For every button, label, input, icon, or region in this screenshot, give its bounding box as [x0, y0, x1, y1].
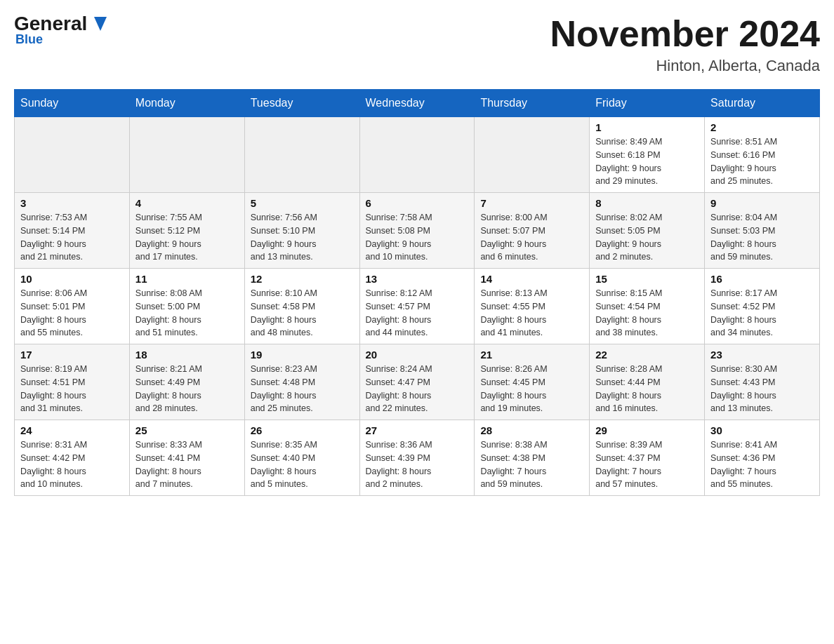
day-info: Sunrise: 8:17 AM Sunset: 4:52 PM Dayligh… — [710, 287, 814, 340]
day-number: 8 — [595, 197, 699, 209]
calendar-week-row: 10Sunrise: 8:06 AM Sunset: 5:01 PM Dayli… — [15, 269, 820, 344]
day-number: 24 — [20, 424, 124, 436]
day-number: 10 — [20, 273, 124, 285]
table-row — [15, 117, 130, 193]
day-number: 18 — [135, 349, 239, 361]
day-number: 5 — [251, 197, 354, 209]
logo-blue-label: Blue — [15, 32, 43, 47]
table-row: 8Sunrise: 8:02 AM Sunset: 5:05 PM Daylig… — [590, 193, 705, 269]
day-number: 9 — [710, 197, 814, 209]
table-row: 22Sunrise: 8:28 AM Sunset: 4:44 PM Dayli… — [590, 344, 705, 420]
day-number: 13 — [366, 273, 469, 285]
col-tuesday: Tuesday — [244, 90, 359, 117]
day-number: 15 — [595, 273, 699, 285]
logo: General Blue — [14, 14, 94, 47]
table-row: 20Sunrise: 8:24 AM Sunset: 4:47 PM Dayli… — [359, 344, 475, 420]
day-number: 12 — [251, 273, 354, 285]
table-row: 28Sunrise: 8:38 AM Sunset: 4:38 PM Dayli… — [475, 420, 590, 496]
day-number: 6 — [366, 197, 469, 209]
table-row — [359, 117, 475, 193]
day-number: 4 — [135, 197, 239, 209]
day-info: Sunrise: 7:53 AM Sunset: 5:14 PM Dayligh… — [20, 211, 124, 264]
day-number: 19 — [251, 349, 354, 361]
table-row: 14Sunrise: 8:13 AM Sunset: 4:55 PM Dayli… — [475, 269, 590, 344]
day-number: 16 — [710, 273, 814, 285]
day-info: Sunrise: 7:58 AM Sunset: 5:08 PM Dayligh… — [366, 211, 469, 264]
col-monday: Monday — [129, 90, 244, 117]
table-row: 30Sunrise: 8:41 AM Sunset: 4:36 PM Dayli… — [705, 420, 820, 496]
table-row: 15Sunrise: 8:15 AM Sunset: 4:54 PM Dayli… — [590, 269, 705, 344]
table-row: 4Sunrise: 7:55 AM Sunset: 5:12 PM Daylig… — [129, 193, 244, 269]
table-row: 29Sunrise: 8:39 AM Sunset: 4:37 PM Dayli… — [590, 420, 705, 496]
calendar-week-row: 17Sunrise: 8:19 AM Sunset: 4:51 PM Dayli… — [15, 344, 820, 420]
table-row — [475, 117, 590, 193]
col-sunday: Sunday — [15, 90, 130, 117]
day-info: Sunrise: 8:28 AM Sunset: 4:44 PM Dayligh… — [595, 363, 699, 415]
day-info: Sunrise: 8:36 AM Sunset: 4:39 PM Dayligh… — [366, 438, 469, 491]
day-info: Sunrise: 8:23 AM Sunset: 4:48 PM Dayligh… — [251, 363, 354, 415]
table-row: 19Sunrise: 8:23 AM Sunset: 4:48 PM Dayli… — [244, 344, 359, 420]
table-row: 17Sunrise: 8:19 AM Sunset: 4:51 PM Dayli… — [15, 344, 130, 420]
day-info: Sunrise: 8:04 AM Sunset: 5:03 PM Dayligh… — [710, 211, 814, 264]
day-info: Sunrise: 8:35 AM Sunset: 4:40 PM Dayligh… — [251, 438, 354, 491]
day-info: Sunrise: 8:30 AM Sunset: 4:43 PM Dayligh… — [710, 363, 814, 415]
table-row: 25Sunrise: 8:33 AM Sunset: 4:41 PM Dayli… — [129, 420, 244, 496]
col-thursday: Thursday — [475, 90, 590, 117]
day-info: Sunrise: 7:56 AM Sunset: 5:10 PM Dayligh… — [251, 211, 354, 264]
col-wednesday: Wednesday — [359, 90, 475, 117]
day-info: Sunrise: 8:19 AM Sunset: 4:51 PM Dayligh… — [20, 363, 124, 415]
table-row: 13Sunrise: 8:12 AM Sunset: 4:57 PM Dayli… — [359, 269, 475, 344]
table-row: 11Sunrise: 8:08 AM Sunset: 5:00 PM Dayli… — [129, 269, 244, 344]
table-row: 6Sunrise: 7:58 AM Sunset: 5:08 PM Daylig… — [359, 193, 475, 269]
table-row: 16Sunrise: 8:17 AM Sunset: 4:52 PM Dayli… — [705, 269, 820, 344]
day-info: Sunrise: 8:26 AM Sunset: 4:45 PM Dayligh… — [480, 363, 583, 415]
table-row: 2Sunrise: 8:51 AM Sunset: 6:16 PM Daylig… — [705, 117, 820, 193]
day-number: 26 — [251, 424, 354, 436]
day-info: Sunrise: 8:08 AM Sunset: 5:00 PM Dayligh… — [135, 287, 239, 340]
day-number: 1 — [595, 121, 699, 133]
calendar-week-row: 1Sunrise: 8:49 AM Sunset: 6:18 PM Daylig… — [15, 117, 820, 193]
day-number: 21 — [480, 349, 583, 361]
day-number: 25 — [135, 424, 239, 436]
col-saturday: Saturday — [705, 90, 820, 117]
day-number: 23 — [710, 349, 814, 361]
day-info: Sunrise: 8:31 AM Sunset: 4:42 PM Dayligh… — [20, 438, 124, 491]
table-row: 24Sunrise: 8:31 AM Sunset: 4:42 PM Dayli… — [15, 420, 130, 496]
logo-triangle-icon — [94, 17, 107, 31]
day-info: Sunrise: 8:33 AM Sunset: 4:41 PM Dayligh… — [135, 438, 239, 491]
day-number: 27 — [366, 424, 469, 436]
calendar-table: Sunday Monday Tuesday Wednesday Thursday… — [14, 89, 820, 496]
table-row — [129, 117, 244, 193]
table-row: 3Sunrise: 7:53 AM Sunset: 5:14 PM Daylig… — [15, 193, 130, 269]
day-number: 3 — [20, 197, 124, 209]
table-row — [244, 117, 359, 193]
table-row: 7Sunrise: 8:00 AM Sunset: 5:07 PM Daylig… — [475, 193, 590, 269]
table-row: 5Sunrise: 7:56 AM Sunset: 5:10 PM Daylig… — [244, 193, 359, 269]
svg-marker-0 — [94, 17, 107, 31]
day-info: Sunrise: 8:10 AM Sunset: 4:58 PM Dayligh… — [251, 287, 354, 340]
day-info: Sunrise: 8:06 AM Sunset: 5:01 PM Dayligh… — [20, 287, 124, 340]
col-friday: Friday — [590, 90, 705, 117]
day-info: Sunrise: 8:00 AM Sunset: 5:07 PM Dayligh… — [480, 211, 583, 264]
table-row: 12Sunrise: 8:10 AM Sunset: 4:58 PM Dayli… — [244, 269, 359, 344]
day-info: Sunrise: 8:41 AM Sunset: 4:36 PM Dayligh… — [710, 438, 814, 491]
day-info: Sunrise: 8:13 AM Sunset: 4:55 PM Dayligh… — [480, 287, 583, 340]
day-number: 11 — [135, 273, 239, 285]
table-row: 26Sunrise: 8:35 AM Sunset: 4:40 PM Dayli… — [244, 420, 359, 496]
calendar-week-row: 3Sunrise: 7:53 AM Sunset: 5:14 PM Daylig… — [15, 193, 820, 269]
table-row: 1Sunrise: 8:49 AM Sunset: 6:18 PM Daylig… — [590, 117, 705, 193]
day-number: 7 — [480, 197, 583, 209]
day-number: 29 — [595, 424, 699, 436]
page-header: General Blue November 2024 Hinton, Alber… — [14, 14, 820, 75]
table-row: 10Sunrise: 8:06 AM Sunset: 5:01 PM Dayli… — [15, 269, 130, 344]
day-info: Sunrise: 8:21 AM Sunset: 4:49 PM Dayligh… — [135, 363, 239, 415]
calendar-header-row: Sunday Monday Tuesday Wednesday Thursday… — [15, 90, 820, 117]
day-number: 20 — [366, 349, 469, 361]
day-number: 28 — [480, 424, 583, 436]
table-row: 9Sunrise: 8:04 AM Sunset: 5:03 PM Daylig… — [705, 193, 820, 269]
logo-text: General — [14, 14, 94, 34]
title-area: November 2024 Hinton, Alberta, Canada — [550, 14, 820, 75]
day-info: Sunrise: 7:55 AM Sunset: 5:12 PM Dayligh… — [135, 211, 239, 264]
calendar-week-row: 24Sunrise: 8:31 AM Sunset: 4:42 PM Dayli… — [15, 420, 820, 496]
day-info: Sunrise: 8:39 AM Sunset: 4:37 PM Dayligh… — [595, 438, 699, 491]
